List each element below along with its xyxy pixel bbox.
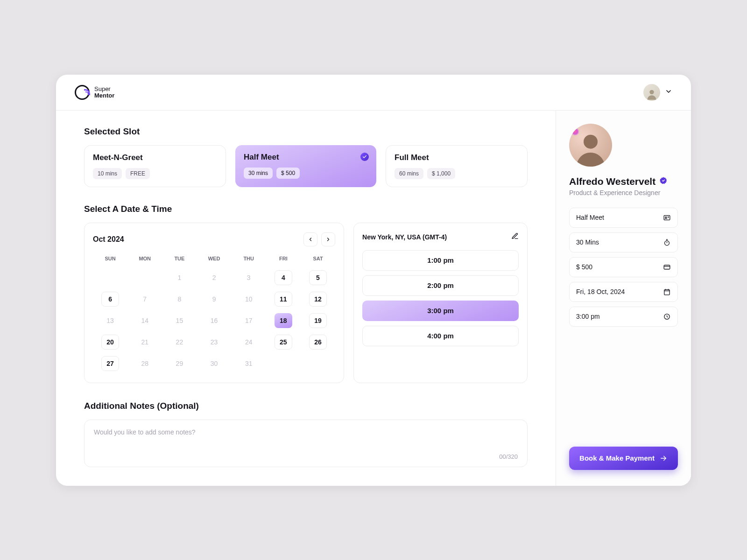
calendar-day-cell: 15 (162, 312, 197, 329)
slot-chips: 10 minsFREE (93, 168, 217, 179)
credit-card-icon (663, 263, 671, 271)
time-slot[interactable]: 4:00 pm (362, 326, 519, 346)
calendar-day: 31 (240, 356, 258, 371)
calendar-day: 24 (240, 335, 258, 350)
calendar-grid: SUNMONTUEWEDTHUFRISAT1234567891011121314… (93, 256, 335, 372)
calendar-day[interactable]: 18 (275, 313, 292, 328)
calendar-dow: SAT (301, 256, 335, 265)
calendar-day: 17 (240, 313, 258, 328)
calendar-month-label: Oct 2024 (93, 235, 124, 244)
calendar-day[interactable]: 12 (309, 292, 327, 307)
slot-options: Meet-N-Greet10 minsFREEHalf Meet30 mins$… (84, 145, 528, 187)
notes-char-counter: 00/320 (499, 453, 518, 460)
calendar-header: Oct 2024 (93, 232, 335, 246)
check-icon (360, 153, 369, 161)
calendar-day: 23 (205, 335, 223, 350)
time-slot-list: 1:00 pm2:00 pm3:00 pm4:00 pm (362, 250, 519, 346)
calendar-day: 21 (136, 335, 154, 350)
time-slot[interactable]: 1:00 pm (362, 250, 519, 271)
time-panel: New York, NY, USA (GMT-4) 1:00 pm2:00 pm… (353, 223, 528, 383)
calendar-day-cell: 10 (232, 290, 266, 308)
user-menu[interactable] (643, 84, 672, 101)
calendar-day-cell (266, 355, 301, 372)
calendar-day[interactable]: 19 (309, 313, 327, 328)
calendar-day-cell: 6 (93, 290, 127, 308)
calendar-day: 2 (205, 270, 223, 285)
calendar-day-cell: 18 (266, 312, 301, 329)
calendar-day: 28 (136, 356, 154, 371)
slot-card[interactable]: Half Meet30 mins$ 500 (235, 145, 376, 187)
calendar-day-cell: 27 (93, 355, 127, 372)
brand-name: Super Mentor (94, 86, 114, 98)
summary-price: $ 500 (569, 257, 678, 277)
notes-box: 00/320 (84, 420, 528, 467)
next-month-button[interactable] (321, 232, 335, 246)
calendar-day-cell: 5 (301, 269, 335, 287)
sidebar-spacer (569, 331, 678, 447)
calendar-day-cell: 21 (127, 333, 162, 351)
svg-rect-10 (664, 265, 670, 269)
calendar-day-cell: 26 (301, 333, 335, 351)
calendar-day[interactable]: 6 (101, 292, 119, 307)
summary-sidebar: Alfredo Westervelt Product & Experience … (556, 111, 691, 486)
calendar-day[interactable]: 25 (275, 335, 292, 350)
arrow-right-icon (659, 454, 668, 462)
calendar-dow: FRI (266, 256, 301, 265)
cta-label: Book & Make Payment (579, 454, 655, 462)
chevron-right-icon (325, 237, 331, 242)
book-payment-button[interactable]: Book & Make Payment (569, 447, 678, 470)
calendar-day: 9 (205, 292, 223, 307)
calendar-day[interactable]: 20 (101, 335, 119, 350)
booking-summary: Half Meet 30 Mins $ 500 Fri, 18 Oct, 202… (569, 208, 678, 327)
calendar-day-cell: 9 (197, 290, 231, 308)
section-title-notes: Additional Notes (Optional) (84, 401, 528, 411)
logo-icon (75, 85, 90, 100)
calendar-day: 30 (205, 356, 223, 371)
time-slot[interactable]: 3:00 pm (362, 301, 519, 321)
main-panel: Selected Slot Meet-N-Greet10 minsFREEHal… (56, 111, 556, 486)
slot-duration-chip: 30 mins (244, 168, 273, 179)
svg-point-3 (665, 217, 667, 218)
section-title-slot: Selected Slot (84, 126, 528, 137)
svg-point-1 (584, 134, 598, 148)
calendar-day[interactable]: 26 (309, 335, 327, 350)
calendar-day: 16 (205, 313, 223, 328)
prev-month-button[interactable] (303, 232, 317, 246)
slot-price-chip: $ 1,000 (427, 168, 455, 179)
calendar-day: 10 (240, 292, 258, 307)
calendar-day-cell: 3 (232, 269, 266, 287)
svg-rect-2 (664, 215, 670, 220)
notes-input[interactable] (94, 428, 518, 456)
calendar-nav (303, 232, 335, 246)
calendar-day[interactable]: 11 (275, 292, 292, 307)
slot-price-chip: FREE (126, 168, 150, 179)
slot-name: Meet-N-Greet (93, 153, 217, 162)
slot-chips: 30 mins$ 500 (244, 168, 368, 179)
calendar-day-cell: 13 (93, 312, 127, 329)
svg-rect-12 (664, 289, 669, 294)
calendar-day: 14 (136, 313, 154, 328)
calendar-day-cell: 25 (266, 333, 301, 351)
calendar-day-cell: 22 (162, 333, 197, 351)
calendar-day-cell: 28 (127, 355, 162, 372)
verified-badge-icon (659, 176, 668, 187)
calendar-day-cell: 14 (127, 312, 162, 329)
mentor-name: Alfredo Westervelt (569, 176, 655, 187)
summary-duration: 30 Mins (569, 232, 678, 252)
calendar-day[interactable]: 4 (275, 270, 292, 285)
calendar-dow: SUN (93, 256, 127, 265)
slot-card[interactable]: Meet-N-Greet10 minsFREE (84, 145, 226, 187)
slot-card[interactable]: Full Meet60 mins$ 1,000 (386, 145, 528, 187)
calendar-day-cell: 2 (197, 269, 231, 287)
clock-icon (663, 313, 671, 321)
id-card-icon (663, 214, 671, 222)
calendar-day[interactable]: 5 (309, 270, 327, 285)
chevron-left-icon (308, 237, 313, 242)
time-slot[interactable]: 2:00 pm (362, 275, 519, 296)
calendar-day-cell: 23 (197, 333, 231, 351)
calendar-dow: TUE (162, 256, 197, 265)
edit-timezone-button[interactable] (511, 232, 519, 242)
slot-duration-chip: 10 mins (93, 168, 122, 179)
calendar-day[interactable]: 27 (101, 356, 119, 371)
slot-name: Half Meet (244, 153, 368, 162)
